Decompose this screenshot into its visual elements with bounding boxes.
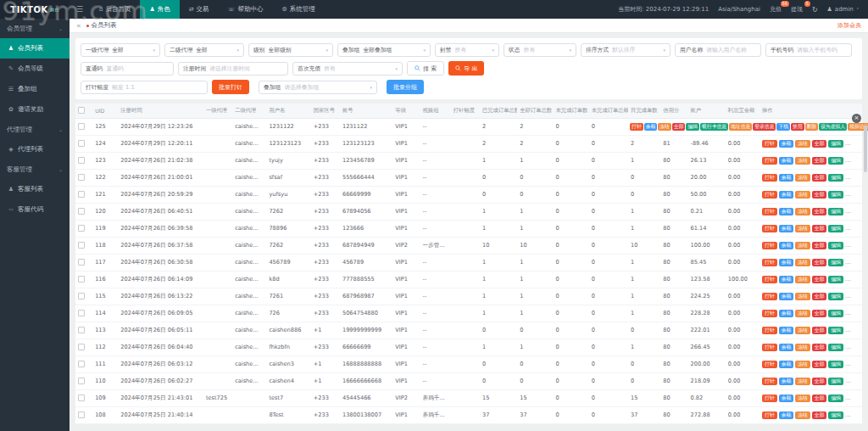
action-button[interactable]: 全部: [812, 327, 827, 334]
sidebar-toggle-icon[interactable]: ☰: [70, 0, 90, 19]
action-button[interactable]: 全部: [812, 378, 827, 385]
user-menu[interactable]: ♟admin⌃: [827, 6, 860, 13]
action-button[interactable]: 余额: [779, 310, 794, 317]
select-all-checkbox[interactable]: [78, 107, 85, 114]
sidebar-group-service[interactable]: 客服管理⌄: [0, 160, 70, 179]
action-button[interactable]: 冻结: [795, 293, 810, 300]
search-button[interactable]: 搜 索: [407, 61, 444, 76]
phone-field[interactable]: 手机号码: [765, 43, 852, 57]
action-button[interactable]: 冻结: [795, 327, 810, 334]
more-actions-button[interactable]: ...: [845, 411, 851, 418]
action-button[interactable]: 余额: [779, 259, 794, 266]
nav-item-help[interactable]: ☏帮助中心: [219, 0, 273, 19]
sidebar-item-agent-list[interactable]: ◈代理列表: [0, 139, 70, 160]
action-button[interactable]: 编辑: [828, 157, 843, 165]
action-button[interactable]: 编辑: [828, 327, 843, 334]
action-button[interactable]: 余额: [779, 344, 794, 351]
action-button[interactable]: 余额: [779, 242, 794, 249]
action-button[interactable]: 设为虚拟人: [819, 123, 847, 131]
refresh-icon[interactable]: ↻: [812, 6, 818, 14]
more-actions-button[interactable]: ...: [845, 208, 851, 215]
action-button[interactable]: 冻结: [795, 378, 810, 385]
action-button[interactable]: 银行卡信息: [700, 123, 728, 131]
row-checkbox[interactable]: [78, 123, 85, 130]
reg-time-field[interactable]: 注册时间: [178, 62, 288, 76]
action-button[interactable]: 打针: [762, 259, 777, 266]
close-icon[interactable]: ×: [852, 114, 861, 123]
row-checkbox[interactable]: [78, 395, 85, 401]
action-button[interactable]: 打针: [762, 208, 777, 216]
agent2-select[interactable]: 二级代理全部▾: [164, 43, 244, 57]
row-checkbox[interactable]: [78, 276, 85, 283]
row-checkbox[interactable]: [78, 242, 85, 249]
action-button[interactable]: 禁用: [791, 123, 804, 131]
row-checkbox[interactable]: [78, 378, 85, 384]
action-button[interactable]: 余额: [779, 361, 794, 368]
action-button[interactable]: 编辑: [828, 242, 843, 249]
action-button[interactable]: 全部: [812, 225, 827, 232]
row-checkbox[interactable]: [78, 225, 85, 232]
action-button[interactable]: 余额: [779, 208, 794, 216]
nav-item-roles[interactable]: ♟角色: [140, 0, 179, 19]
pass-code-input[interactable]: [106, 65, 169, 72]
action-button[interactable]: 编辑: [828, 191, 843, 199]
action-button[interactable]: 编辑: [828, 395, 843, 402]
action-button[interactable]: 编辑: [828, 259, 843, 266]
action-button[interactable]: 余额: [779, 276, 794, 283]
action-button[interactable]: 余额: [779, 140, 794, 148]
action-button[interactable]: 编辑: [828, 276, 843, 283]
action-button[interactable]: 打针: [762, 191, 777, 199]
action-button[interactable]: 打针: [630, 123, 643, 131]
action-button[interactable]: 余额: [779, 378, 794, 385]
nav-item-dashboard[interactable]: ⌂后台首页: [90, 0, 140, 19]
more-actions-button[interactable]: ...: [845, 378, 851, 384]
action-button[interactable]: 打针: [762, 327, 777, 334]
action-button[interactable]: 余额: [779, 157, 794, 165]
row-checkbox[interactable]: [78, 259, 85, 266]
action-button[interactable]: 冻结: [795, 225, 810, 232]
action-button[interactable]: 冻结: [795, 259, 810, 266]
action-button[interactable]: 打针: [762, 310, 777, 317]
action-button[interactable]: 全部: [812, 293, 827, 300]
action-button[interactable]: 删除: [805, 123, 819, 131]
more-actions-button[interactable]: ...: [845, 327, 851, 333]
more-actions-button[interactable]: ...: [845, 157, 851, 164]
row-checkbox[interactable]: [78, 174, 85, 181]
row-checkbox[interactable]: [78, 191, 85, 198]
row-checkbox[interactable]: [78, 411, 85, 418]
action-button[interactable]: 冻结: [795, 276, 810, 283]
action-button[interactable]: 冻结: [795, 310, 810, 317]
action-button[interactable]: 编辑: [828, 344, 843, 351]
ban-select[interactable]: 封禁所有▾: [435, 43, 499, 57]
action-button[interactable]: 编辑: [828, 378, 843, 385]
action-button[interactable]: 打针: [762, 276, 777, 283]
action-button[interactable]: 打针: [762, 378, 777, 385]
row-checkbox[interactable]: [78, 140, 85, 147]
row-checkbox[interactable]: [78, 327, 85, 333]
action-button[interactable]: 余额: [779, 225, 794, 232]
action-button[interactable]: 地址信息: [729, 123, 752, 131]
row-checkbox[interactable]: [78, 310, 85, 316]
row-checkbox[interactable]: [78, 361, 85, 367]
action-button[interactable]: 冻结: [795, 140, 810, 148]
action-button[interactable]: 下线: [776, 123, 790, 131]
action-button[interactable]: 打针: [762, 140, 777, 148]
action-button[interactable]: 冻结: [658, 123, 671, 131]
action-button[interactable]: 编辑: [828, 174, 843, 182]
more-actions-button[interactable]: ...: [845, 191, 851, 198]
action-button[interactable]: 打针: [762, 157, 777, 165]
action-button[interactable]: 冻结: [795, 157, 810, 165]
action-button[interactable]: 余额: [779, 395, 794, 402]
action-button[interactable]: 冻结: [795, 174, 810, 182]
sidebar-group-agents[interactable]: 代理管理⌄: [0, 120, 70, 139]
action-button[interactable]: 全部: [672, 123, 686, 131]
collapse-tabs-icon[interactable]: «: [76, 21, 81, 30]
action-button[interactable]: 打针: [762, 174, 777, 182]
sidebar-item-member-level[interactable]: ✎会员等级: [0, 59, 70, 79]
action-button[interactable]: 全部: [812, 344, 827, 351]
action-button[interactable]: 全部: [812, 395, 827, 402]
action-button[interactable]: 登录信息: [753, 123, 776, 131]
action-button[interactable]: 余额: [779, 293, 794, 300]
level-select[interactable]: 级别全部级别▾: [248, 43, 333, 57]
inject-amplitude-input[interactable]: [112, 84, 203, 91]
